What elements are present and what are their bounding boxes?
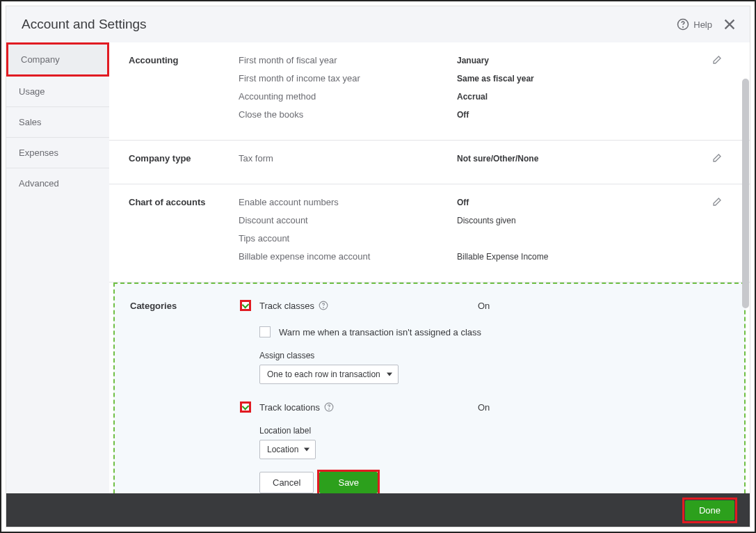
track-locations-label: Track locations [259, 402, 334, 413]
field-value: Off [457, 110, 469, 120]
section-title: Company type [129, 153, 239, 164]
sidebar-label: Expenses [19, 148, 58, 158]
track-classes-checkbox[interactable] [240, 300, 251, 311]
sidebar: Company Usage Sales Expenses Advanced [6, 42, 109, 493]
pencil-icon[interactable] [711, 197, 722, 208]
track-classes-value: On [478, 301, 490, 311]
cancel-button[interactable]: Cancel [259, 472, 314, 493]
field-label: Close the books [239, 109, 457, 120]
close-icon[interactable] [722, 17, 737, 32]
section-title: Categories [130, 301, 240, 311]
field-label: Accounting method [239, 91, 457, 102]
track-locations-value: On [478, 402, 490, 413]
field-value: Same as fiscal year [457, 74, 534, 83]
section-categories: Categories Track classes On Warn me when… [113, 283, 746, 493]
sidebar-item-advanced[interactable]: Advanced [6, 168, 109, 198]
section-company-type: Company type Tax form Not sure/Other/Non… [109, 141, 750, 184]
help-label: Help [693, 19, 712, 30]
chevron-down-icon [304, 448, 309, 452]
field-value: January [457, 56, 489, 65]
section-title: Accounting [129, 55, 239, 65]
assign-classes-select[interactable]: One to each row in transaction [259, 365, 399, 384]
sidebar-item-sales[interactable]: Sales [6, 107, 109, 138]
field-label: Enable account numbers [239, 197, 457, 207]
footer-bar: Done [6, 493, 750, 527]
field-label: First month of income tax year [239, 73, 457, 83]
chevron-down-icon [387, 373, 392, 376]
location-label-select[interactable]: Location [259, 440, 316, 459]
section-title: Chart of accounts [129, 197, 239, 207]
track-classes-label: Track classes [259, 301, 328, 311]
field-label: Billable expense income account [239, 251, 457, 262]
sidebar-item-usage[interactable]: Usage [6, 77, 109, 107]
sidebar-label: Advanced [19, 178, 59, 189]
sidebar-label: Usage [19, 86, 45, 97]
field-value: Off [457, 198, 469, 207]
warn-checkbox[interactable] [259, 326, 271, 337]
field-label: Discount account [239, 215, 457, 225]
field-value: Not sure/Other/None [457, 154, 538, 164]
warn-label: Warn me when a transaction isn't assigne… [279, 327, 481, 337]
pencil-icon[interactable] [711, 55, 722, 66]
section-accounting: Accounting First month of fiscal year Ja… [109, 42, 750, 141]
location-label-label: Location label [259, 426, 729, 436]
help-tooltip-icon[interactable] [324, 402, 334, 412]
svg-point-3 [323, 308, 324, 308]
page-title: Account and Settings [22, 17, 677, 32]
field-label: Tips account [239, 233, 457, 244]
select-value: One to each row in transaction [267, 369, 380, 379]
done-button[interactable]: Done [685, 500, 734, 520]
select-value: Location [267, 445, 298, 454]
sidebar-label: Sales [19, 117, 42, 127]
sidebar-item-company[interactable]: Company [6, 42, 109, 77]
section-chart-accounts: Chart of accounts Enable account numbers… [109, 184, 750, 283]
field-label: Tax form [239, 153, 457, 164]
pencil-icon[interactable] [711, 153, 722, 164]
scrollbar-thumb[interactable] [742, 79, 749, 308]
svg-point-5 [329, 409, 330, 410]
assign-classes-label: Assign classes [259, 351, 729, 360]
help-button[interactable]: Help [677, 18, 712, 31]
sidebar-label: Company [21, 54, 60, 65]
svg-point-1 [683, 26, 684, 27]
help-icon [677, 18, 689, 31]
sidebar-item-expenses[interactable]: Expenses [6, 138, 109, 168]
save-button[interactable]: Save [319, 472, 378, 493]
field-value: Accrual [457, 92, 488, 102]
field-label: First month of fiscal year [239, 55, 457, 65]
field-value: Billable Expense Income [457, 252, 548, 262]
modal-header: Account and Settings Help [6, 6, 750, 42]
help-tooltip-icon[interactable] [319, 301, 328, 310]
track-locations-checkbox[interactable] [240, 401, 251, 413]
field-value: Discounts given [457, 216, 516, 225]
content-area: Accounting First month of fiscal year Ja… [109, 42, 750, 493]
